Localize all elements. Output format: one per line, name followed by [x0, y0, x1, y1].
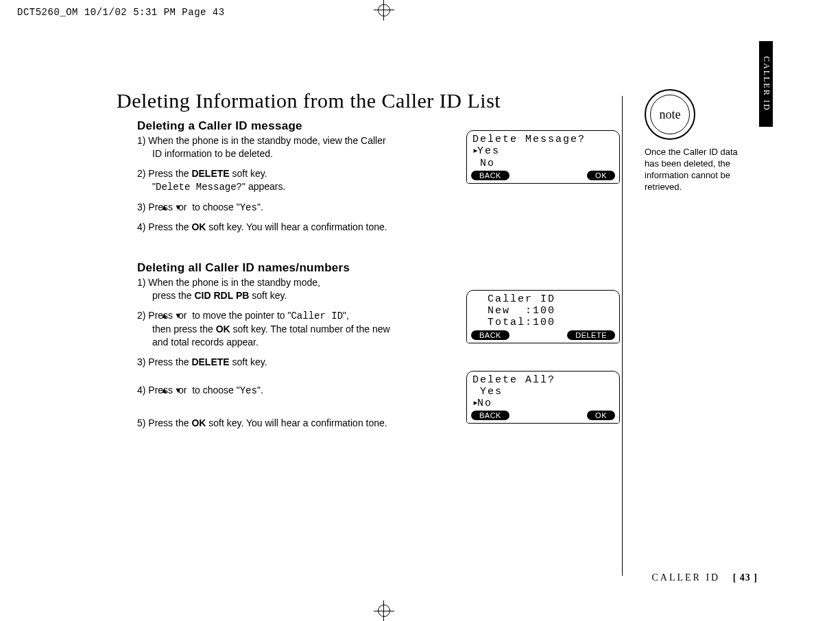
page-title: Deleting Information from the Caller ID … — [117, 89, 624, 112]
softkey-ok: OK — [587, 411, 615, 420]
softkey-delete: DELETE — [567, 330, 615, 340]
subheading-delete-all: Deleting all Caller ID names/numbers — [137, 261, 466, 275]
steps-list-a: 1) When the phone is in the standby mode… — [137, 134, 466, 234]
softkey-back: BACK — [471, 330, 509, 340]
note-icon: note — [645, 89, 695, 140]
step-b3: 3) Press the DELETE soft key. — [137, 356, 466, 369]
page-footer: CALLER ID [ 43 ] — [651, 572, 758, 583]
softkey-back: BACK — [471, 171, 509, 180]
crop-mark-bottom — [370, 594, 398, 621]
lcd-figure-delete-all: Delete All? Yes ▸No BACK OK — [466, 371, 620, 424]
lcd-figure-delete-message: Delete Message? ▸Yes No BACK OK — [466, 130, 620, 184]
step-a1: 1) When the phone is in the standby mode… — [137, 134, 466, 160]
step-a3: 3) Press ▲ or ▼ to choose "Yes". — [137, 201, 466, 215]
subheading-delete-message: Deleting a Caller ID message — [137, 119, 466, 133]
lcd-figure-caller-id-totals: Caller ID New :100 Total:100 BACK DELETE — [466, 290, 620, 343]
step-b1: 1) When the phone is in the standby mode… — [137, 276, 466, 302]
step-b5: 5) Press the OK soft key. You will hear … — [137, 417, 466, 430]
step-b2: 2) Press ▲ or ▼ to move the pointer to "… — [137, 309, 466, 349]
step-b4: 4) Press ▲ or ▼ to choose "Yes". — [137, 384, 466, 398]
step-a2: 2) Press the DELETE soft key."Delete Mes… — [137, 167, 466, 194]
softkey-back: BACK — [471, 411, 509, 420]
crop-mark-top — [370, 0, 398, 27]
steps-list-b: 1) When the phone is in the standby mode… — [137, 276, 466, 429]
softkey-ok: OK — [587, 171, 615, 180]
footer-section: CALLER ID — [651, 572, 720, 583]
note-label: note — [660, 108, 681, 122]
section-tab: CALLER ID — [759, 41, 773, 127]
print-slug: DCT5260_OM 10/1/02 5:31 PM Page 43 — [17, 7, 225, 18]
footer-page-number: [ 43 ] — [733, 572, 758, 583]
note-text: Once the Caller ID data has been deleted… — [645, 147, 754, 193]
step-a4: 4) Press the OK soft key. You will hear … — [137, 221, 466, 234]
